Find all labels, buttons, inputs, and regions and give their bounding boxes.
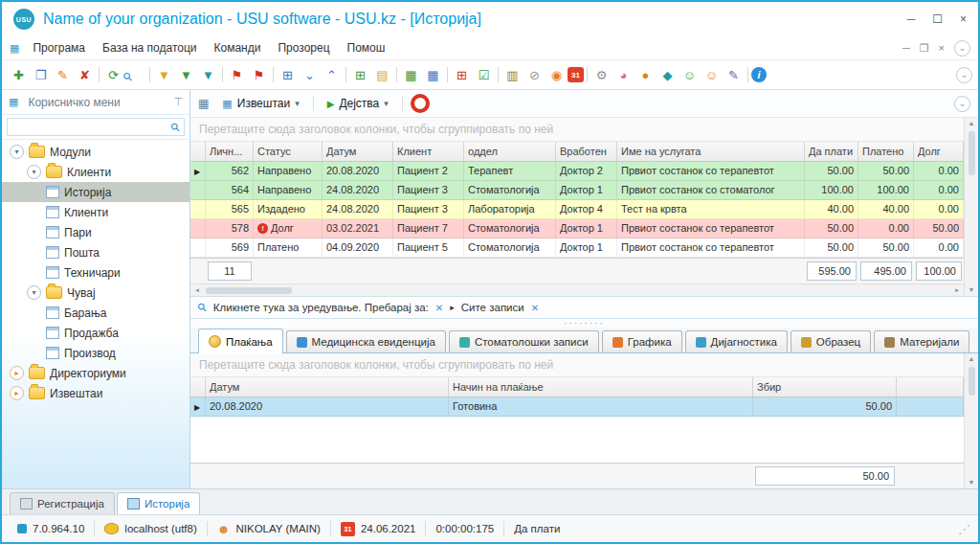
sidebar-item-klienti[interactable]: Клиенти xyxy=(2,202,189,222)
info-icon[interactable]: i xyxy=(751,67,767,82)
resize-grip-icon[interactable]: ⋰ xyxy=(958,522,972,536)
tab-istorija[interactable]: Историја xyxy=(117,492,200,514)
block-icon[interactable]: ⊘ xyxy=(523,64,546,85)
copy-record-icon[interactable]: ❐ xyxy=(30,64,52,85)
edit-record-icon[interactable]: ✎ xyxy=(52,64,74,85)
horizontal-scrollbar[interactable]: ◂ ▸ xyxy=(190,283,964,296)
scroll-down-icon[interactable]: ▼ xyxy=(969,477,975,488)
sidebar-item-klienti-group[interactable]: ▾ Клиенти xyxy=(2,162,189,182)
tab-materijali[interactable]: Материјали xyxy=(874,330,969,352)
actions-overflow-icon[interactable]: ⌄ xyxy=(954,96,970,112)
tab-plakanja[interactable]: Плаќања xyxy=(198,329,283,353)
collapse-all-icon[interactable]: ⌄ xyxy=(299,64,321,85)
vertical-scrollbar[interactable]: ▲ ▼ xyxy=(964,353,978,488)
child-close-button[interactable]: × xyxy=(939,42,945,54)
scroll-up-icon[interactable]: ▲ xyxy=(969,118,975,129)
sidebar-item-baranja[interactable]: Барања xyxy=(2,303,189,323)
column-header[interactable]: Да плати xyxy=(805,142,858,161)
map-pin-icon[interactable]: ◉ xyxy=(546,64,568,85)
sidebar-item-moduli[interactable]: ▾ Модули xyxy=(2,142,189,162)
tab-dijagnostika[interactable]: Дијагностика xyxy=(685,330,788,352)
flag-icon[interactable]: ⚑ xyxy=(226,64,248,85)
column-header[interactable]: Долг xyxy=(914,142,964,161)
filter-user-icon[interactable]: ▼ xyxy=(175,64,197,85)
table-row[interactable]: 565 Издадено 24.08.2020 Пациент 3 Лабора… xyxy=(190,200,964,219)
event-check-icon[interactable]: ☑ xyxy=(473,64,495,85)
collapse-arrow-icon[interactable]: ▾ xyxy=(27,165,41,179)
child-restore-button[interactable]: ❐ xyxy=(920,42,929,55)
database-info[interactable]: localhost (utf8) xyxy=(95,515,206,542)
toolbar-overflow-icon[interactable]: ⌄ xyxy=(956,67,972,83)
sidebar-item-direktoriumi[interactable]: ▸ Директориуми xyxy=(2,363,189,383)
scroll-up-icon[interactable]: ▲ xyxy=(969,353,975,365)
table-row[interactable]: 578 !Долг 03.02.2021 Пациент 7 Стоматоло… xyxy=(190,219,964,238)
filter-expand-icon[interactable]: ▸ xyxy=(450,303,455,312)
flag-menu-icon[interactable]: ⚑ xyxy=(248,64,270,85)
splitter-handle[interactable] xyxy=(190,319,978,328)
settings-icon[interactable]: ⚙ xyxy=(590,64,612,85)
menubar-overflow-icon[interactable]: ⌄ xyxy=(954,40,970,57)
collapse-arrow-icon[interactable]: ▾ xyxy=(27,285,41,300)
reports-button[interactable]: ▦ Извештаи ▾ xyxy=(216,94,304,113)
tab-obrazec[interactable]: Образец xyxy=(791,330,871,352)
sidebar-item-prodazba[interactable]: Продажба xyxy=(2,323,189,343)
column-header[interactable]: Платено xyxy=(858,142,914,161)
column-header[interactable]: Начин на плаќање xyxy=(449,377,753,397)
clear-filter-icon[interactable]: ✕ xyxy=(531,303,539,313)
donut-chart-icon[interactable]: ◕ xyxy=(612,64,635,85)
sidebar-search-input[interactable] xyxy=(7,118,185,136)
paint-icon[interactable]: ✎ xyxy=(723,64,745,85)
filter-edit-hint[interactable]: Кликнете тука за уредување. Пребарај за: xyxy=(213,302,429,313)
column-header[interactable]: Статус xyxy=(254,142,323,161)
expand-arrow-icon[interactable]: ▸ xyxy=(10,366,24,380)
table-row[interactable]: 569 Платено 04.09.2020 Пациент 5 Стомато… xyxy=(190,238,964,258)
scrollbar-thumb[interactable] xyxy=(206,287,292,294)
user-add-icon[interactable]: ☺ xyxy=(679,64,701,85)
sidebar-item-izvestai[interactable]: ▸ Извештаи xyxy=(2,383,189,403)
table-row[interactable]: ▶ 20.08.2020 Готовина 50.00 xyxy=(190,397,964,417)
sidebar-item-pari[interactable]: Пари xyxy=(2,222,189,242)
vertical-scrollbar[interactable]: ▲ ▼ xyxy=(964,118,978,296)
column-header[interactable]: Клиент xyxy=(393,142,464,161)
column-header[interactable]: Име на услугата xyxy=(617,142,805,161)
table-row[interactable]: ▶ 562 Направено 20.08.2020 Пациент 2 Тер… xyxy=(190,162,964,181)
column-header[interactable]: Датум xyxy=(323,142,393,161)
current-date[interactable]: 31 24.06.2021 xyxy=(331,515,426,542)
report-icon[interactable]: ▥ xyxy=(501,64,523,85)
minimize-button[interactable]: ─ xyxy=(907,12,916,26)
child-minimize-button[interactable]: ─ xyxy=(902,42,910,54)
add-field-icon[interactable]: ⊞ xyxy=(349,64,371,85)
filter-edit-icon[interactable]: ▼ xyxy=(197,64,219,85)
filter-bar[interactable]: ⚲ Кликнете тука за уредување. Пребарај з… xyxy=(190,297,978,319)
maximize-button[interactable]: ☐ xyxy=(932,12,943,26)
scroll-right-icon[interactable]: ▸ xyxy=(950,286,964,294)
current-user[interactable]: ☻ NIKOLAY (MAIN) xyxy=(208,515,330,542)
column-header[interactable]: Збир xyxy=(753,377,897,397)
event-add-icon[interactable]: ⊞ xyxy=(451,64,473,85)
sidebar-item-tehnicari[interactable]: Техничари xyxy=(2,262,189,283)
export-grid-icon[interactable]: ⊞ xyxy=(277,64,299,85)
menu-pomos[interactable]: Помош xyxy=(340,38,393,57)
menu-baza-na-podatoci[interactable]: База на податоци xyxy=(95,38,205,57)
tab-registracija[interactable]: Регистрација xyxy=(10,492,115,514)
expand-arrow-icon[interactable]: ▸ xyxy=(10,386,24,400)
add-record-icon[interactable]: ✚ xyxy=(8,64,30,85)
expand-all-icon[interactable]: ⌃ xyxy=(321,64,343,85)
menu-programa[interactable]: Програма xyxy=(25,38,93,57)
scrollbar-thumb[interactable] xyxy=(969,367,975,396)
column-header[interactable]: Личн... xyxy=(206,142,254,161)
column-header[interactable]: Датум xyxy=(206,377,449,397)
tab-grafika[interactable]: Графика xyxy=(602,330,682,352)
sidebar-item-cuvaj[interactable]: ▾ Чувај xyxy=(2,283,189,303)
clear-search-icon[interactable]: ✕ xyxy=(435,303,443,313)
shield-icon[interactable]: ◆ xyxy=(657,64,679,85)
sticky-note-icon[interactable]: ▤ xyxy=(371,64,393,85)
search-icon[interactable]: ⚲ xyxy=(121,59,151,90)
pin-icon[interactable]: ⊤ xyxy=(173,96,183,108)
actions-button[interactable]: ▶ Дејства ▾ xyxy=(322,94,394,113)
tab-medicinska-evidencija[interactable]: Медицинска евиденција xyxy=(286,330,446,352)
close-button[interactable]: × xyxy=(960,12,967,26)
column-header[interactable]: Вработен xyxy=(556,142,617,161)
users-icon[interactable]: ☺ xyxy=(701,64,723,85)
scroll-left-icon[interactable]: ◂ xyxy=(190,286,204,294)
